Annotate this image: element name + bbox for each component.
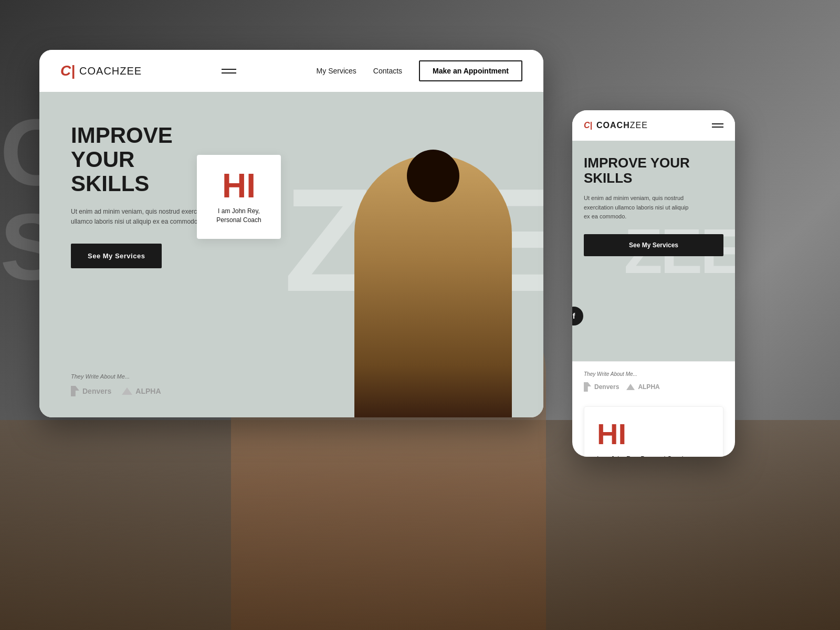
mobile-see-services-button[interactable]: See My Services — [584, 234, 723, 256]
alpha-triangle-icon — [122, 387, 132, 395]
mobile-hi-card: HI I am John Rey, Personal Coach — [584, 406, 723, 457]
desktop-hi-text: HI — [222, 169, 256, 203]
nav-link-contacts[interactable]: Contacts — [373, 67, 402, 75]
mobile-hamburger-line-1 — [712, 123, 723, 124]
brand-alpha: ALPHA — [122, 387, 161, 395]
mobile-hamburger-menu[interactable] — [712, 123, 723, 128]
mobile-alpha-triangle-icon — [626, 384, 635, 390]
logo-c-icon: C| — [60, 64, 75, 78]
mobile-spacer — [572, 401, 735, 406]
mobile-hamburger-line-2 — [712, 127, 723, 128]
desktop-hero-content: IMPROVE YOUR SKILLS Ut enim ad minim ven… — [71, 123, 218, 268]
person-head — [407, 150, 459, 202]
mobile-brands: They Write About Me... Denvers ALPHA — [572, 361, 735, 401]
brand-denvers: Denvers — [71, 386, 111, 396]
nav-link-my-services[interactable]: My Services — [317, 67, 356, 75]
mobile-denvers-icon — [584, 382, 591, 392]
desktop-see-services-button[interactable]: See My Services — [71, 244, 162, 268]
hamburger-menu[interactable] — [222, 69, 236, 74]
hamburger-line-1 — [222, 69, 236, 70]
hero-person-area — [323, 134, 543, 417]
desktop-hero-desc: Ut enim ad minim veniam, quis nostrud ex… — [71, 207, 218, 227]
mobile-hi-text: HI — [597, 419, 710, 449]
mobile-hero-desc: Ut enim ad minim veniam, quis nostrud ex… — [584, 194, 689, 222]
desktop-hero: ZEE HI I am John Rey, Personal Coach IMP… — [39, 92, 543, 417]
mobile-logo: C| COACHZEE — [584, 121, 648, 130]
desktop-brands: They Write About Me... Denvers ALPHA — [71, 373, 161, 396]
mobile-brands-logos: Denvers ALPHA — [584, 382, 723, 392]
mobile-hi-subtitle: I am John Rey, Personal Coach — [597, 454, 710, 457]
desktop-hi-subtitle: I am John Rey, Personal Coach — [207, 207, 270, 225]
mobile-brand-denvers: Denvers — [584, 382, 619, 392]
desktop-hi-card: HI I am John Rey, Personal Coach — [197, 155, 281, 239]
desktop-card: C| COACHZEE My Services Contacts Make an… — [39, 50, 543, 417]
desktop-brands-logos: Denvers ALPHA — [71, 386, 161, 396]
mobile-logo-text: COACHZEE — [596, 121, 648, 130]
mobile-hero-title: IMPROVE YOUR SKILLS — [584, 155, 723, 185]
desktop-nav-links: My Services Contacts Make an Appointment — [317, 60, 522, 81]
desktop-brands-label: They Write About Me... — [71, 373, 161, 380]
make-appointment-button[interactable]: Make an Appointment — [419, 60, 522, 81]
mobile-logo-c-icon: C| — [584, 121, 592, 130]
desktop-navbar: C| COACHZEE My Services Contacts Make an… — [39, 50, 543, 92]
mobile-card: C| COACHZEE ZEE IMPROVE YOUR SKILLS Ut e… — [572, 110, 735, 457]
desktop-hero-title: IMPROVE YOUR SKILLS — [71, 123, 218, 196]
desktop-logo: C| COACHZEE — [60, 64, 142, 78]
mobile-hero: ZEE IMPROVE YOUR SKILLS Ut enim ad minim… — [572, 141, 735, 361]
denvers-icon — [71, 386, 79, 396]
mobile-brands-label: They Write About Me... — [584, 371, 723, 377]
mobile-brand-alpha: ALPHA — [626, 383, 659, 391]
mobile-navbar: C| COACHZEE — [572, 110, 735, 141]
logo-text: COACHZEE — [79, 65, 142, 77]
hamburger-line-2 — [222, 72, 236, 74]
